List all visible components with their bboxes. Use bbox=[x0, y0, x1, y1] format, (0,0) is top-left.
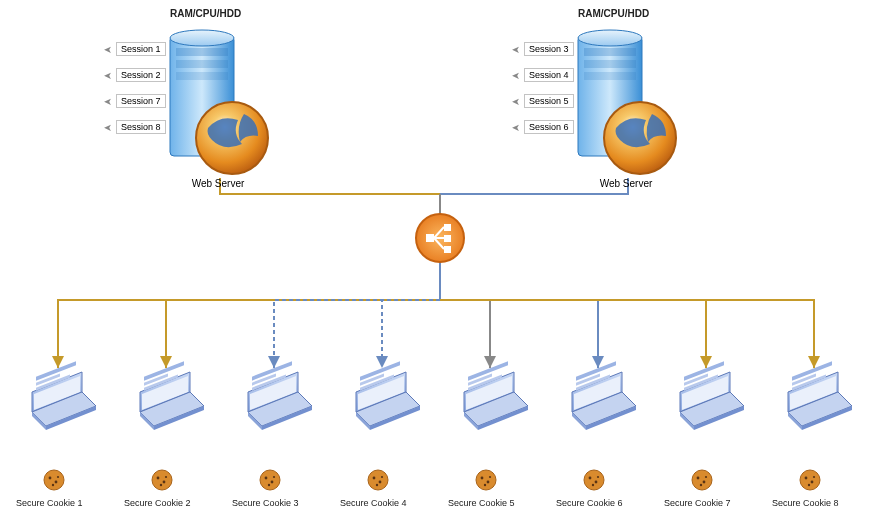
cookie-label: Secure Cookie 1 bbox=[16, 498, 83, 508]
cookie-label: Secure Cookie 2 bbox=[124, 498, 191, 508]
fish-icon: ➤ bbox=[104, 96, 112, 107]
fish-icon: ➤ bbox=[104, 70, 112, 81]
cookie-label: Secure Cookie 4 bbox=[340, 498, 407, 508]
svg-rect-14 bbox=[444, 224, 451, 231]
load-balancer-icon bbox=[416, 214, 464, 262]
session-box: Session 7 bbox=[116, 94, 166, 108]
svg-rect-9 bbox=[584, 60, 636, 68]
svg-rect-16 bbox=[444, 246, 451, 253]
cookie-label: Secure Cookie 8 bbox=[772, 498, 839, 508]
svg-rect-8 bbox=[584, 48, 636, 56]
svg-rect-3 bbox=[176, 60, 228, 68]
server-2-sessions: ➤Session 3 ➤Session 4 ➤Session 5 ➤Sessio… bbox=[512, 42, 574, 134]
cookies bbox=[44, 470, 820, 490]
server-1-sessions: ➤Session 1 ➤Session 2 ➤Session 7 ➤Sessio… bbox=[104, 42, 166, 134]
laptops bbox=[0, 361, 852, 430]
server-1-icon bbox=[170, 30, 268, 174]
fish-icon: ➤ bbox=[512, 122, 520, 133]
fish-icon: ➤ bbox=[104, 44, 112, 55]
fish-icon: ➤ bbox=[512, 70, 520, 81]
server-2-label: Web Server bbox=[586, 178, 666, 189]
svg-rect-2 bbox=[176, 48, 228, 56]
fish-icon: ➤ bbox=[512, 44, 520, 55]
svg-point-1 bbox=[170, 30, 234, 46]
svg-rect-15 bbox=[444, 235, 451, 242]
diagram-root: RAM/CPU/HDD RAM/CPU/HDD Web Server Web S… bbox=[0, 0, 880, 526]
cookie-label: Secure Cookie 7 bbox=[664, 498, 731, 508]
session-box: Session 4 bbox=[524, 68, 574, 82]
fish-icon: ➤ bbox=[104, 122, 112, 133]
fish-icon: ➤ bbox=[512, 96, 520, 107]
svg-rect-13 bbox=[426, 234, 434, 242]
session-box: Session 5 bbox=[524, 94, 574, 108]
svg-rect-10 bbox=[584, 72, 636, 80]
svg-rect-4 bbox=[176, 72, 228, 80]
session-box: Session 6 bbox=[524, 120, 574, 134]
server-1-resource-label: RAM/CPU/HDD bbox=[170, 8, 241, 19]
cookie-label: Secure Cookie 5 bbox=[448, 498, 515, 508]
cookie-label: Secure Cookie 6 bbox=[556, 498, 623, 508]
session-box: Session 3 bbox=[524, 42, 574, 56]
svg-point-7 bbox=[578, 30, 642, 46]
session-box: Session 2 bbox=[116, 68, 166, 82]
session-box: Session 8 bbox=[116, 120, 166, 134]
server-2-icon bbox=[578, 30, 676, 174]
cookie-label: Secure Cookie 3 bbox=[232, 498, 299, 508]
server-1-label: Web Server bbox=[178, 178, 258, 189]
session-box: Session 1 bbox=[116, 42, 166, 56]
server-2-resource-label: RAM/CPU/HDD bbox=[578, 8, 649, 19]
